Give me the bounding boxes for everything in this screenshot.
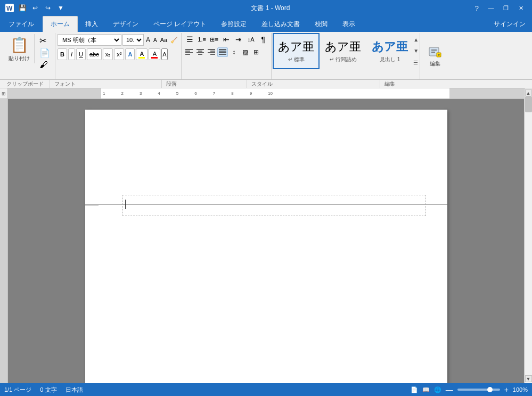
document-area[interactable]	[8, 99, 524, 383]
tab-view[interactable]: 表示	[335, 16, 363, 32]
font-name-select[interactable]: MS 明朝（本	[58, 34, 121, 46]
highlight-button[interactable]: A	[136, 48, 148, 60]
font-size-select[interactable]: 10.5	[122, 34, 144, 46]
zoom-slider[interactable]	[457, 389, 500, 391]
font-border-button[interactable]: A	[161, 48, 167, 60]
style-normal-label: ↵ 標準	[288, 56, 305, 63]
increase-indent-button[interactable]: ⇥	[233, 34, 244, 45]
font-color-button[interactable]: A	[149, 48, 160, 60]
scroll-thumb[interactable]	[525, 96, 532, 112]
signin-button[interactable]: サインイン	[487, 16, 532, 32]
justify-button[interactable]	[217, 47, 228, 57]
format-painter-button[interactable]: 🖌	[38, 60, 52, 70]
styles-scroll-down[interactable]: ▼	[413, 48, 419, 54]
paste-button[interactable]: 📋	[6, 35, 32, 55]
minimize-button[interactable]: —	[484, 3, 498, 13]
clear-formatting-button[interactable]: 🧹	[169, 37, 179, 44]
restore-button[interactable]: ❐	[499, 3, 513, 13]
document-page[interactable]	[85, 110, 447, 383]
main-area: ⊞ 1 2 3 4 5 6 7 8 9 10	[0, 88, 532, 383]
paragraph-row2: ↕ ▨ ⊞	[184, 47, 269, 57]
zoom-minus[interactable]: —	[446, 385, 453, 394]
align-left-button[interactable]	[184, 47, 194, 57]
styles-scroll-up[interactable]: ▲	[413, 37, 419, 43]
font-case-button[interactable]: Aa	[159, 37, 168, 43]
tab-review[interactable]: 校閲	[307, 16, 335, 32]
word-icon: W	[4, 3, 15, 13]
page-info: 1/1 ページ	[4, 386, 31, 394]
italic-button[interactable]: I	[68, 48, 75, 60]
tab-page-layout[interactable]: ページ レイアウト	[146, 16, 214, 32]
titlebar: W 💾 ↩ ↪ ▼ 文書 1 - Word ? — ❐ ✕	[0, 0, 532, 16]
styles-group: あア亜 ↵ 標準 あア亜 ↵ 行間詰め あア亜 見出し 1 ▲ ▼ ☰	[272, 33, 420, 79]
zoom-level[interactable]: 100%	[513, 386, 528, 393]
scroll-up-arrow[interactable]: ▲	[525, 89, 532, 96]
tab-references[interactable]: 参照設定	[214, 16, 254, 32]
statusbar-right: 📄 📖 🌐 — + 100%	[411, 385, 528, 394]
ruler-corner: ⊞	[0, 88, 7, 99]
tab-design[interactable]: デザイン	[105, 16, 146, 32]
text-cursor	[125, 200, 126, 209]
text-effects-button[interactable]: A	[125, 48, 135, 60]
doc-scroll-area: 1 2 3 4 5 6 7 8 9 10	[8, 88, 524, 383]
customize-icon[interactable]: ▼	[55, 3, 66, 13]
underline-button[interactable]: U	[76, 48, 86, 60]
close-button[interactable]: ✕	[514, 3, 528, 13]
scroll-down-arrow[interactable]: ▼	[525, 375, 532, 382]
ruler-left-margin	[8, 88, 101, 98]
font-group: MS 明朝（本 10.5 A A Aa 🧹 B I U abc x₂ x² A …	[55, 33, 182, 79]
align-right-button[interactable]	[206, 47, 217, 57]
subscript-button[interactable]: x₂	[103, 48, 113, 60]
vertical-scrollbar[interactable]: ▲ ▼	[524, 88, 532, 383]
sort-button[interactable]: ↕A	[245, 34, 257, 45]
line-spacing-button[interactable]: ↕	[228, 47, 239, 57]
text-cursor-box[interactable]	[122, 195, 426, 216]
redo-icon[interactable]: ↪	[43, 3, 53, 13]
save-icon[interactable]: 💾	[17, 3, 28, 13]
borders-button[interactable]: ⊞	[251, 47, 261, 57]
styles-label: スタイル	[247, 80, 380, 88]
scroll-track[interactable]	[525, 96, 532, 375]
copy-button[interactable]: 📄	[38, 47, 52, 59]
tab-file[interactable]: ファイル	[0, 16, 43, 32]
multilevel-button[interactable]: ⊞≡	[208, 34, 220, 45]
read-mode-icon[interactable]: 📖	[422, 386, 430, 393]
font-shrink-button[interactable]: A	[152, 37, 158, 43]
window-controls: ? — ❐ ✕	[475, 3, 528, 13]
font-style-row: B I U abc x₂ x² A A A A	[58, 48, 179, 60]
layout-icon[interactable]: 📄	[411, 386, 418, 393]
zoom-thumb[interactable]	[487, 387, 493, 392]
text-input-area	[122, 195, 410, 216]
cut-button[interactable]: ✂	[38, 35, 52, 46]
ruler-right-margin	[449, 88, 524, 98]
style-normal[interactable]: あア亜 ↵ 標準	[273, 33, 320, 69]
show-marks-button[interactable]: ¶	[257, 34, 269, 45]
tab-home[interactable]: ホーム	[43, 16, 78, 32]
style-compact[interactable]: あア亜 ↵ 行間詰め	[320, 33, 366, 69]
decrease-indent-button[interactable]: ⇤	[220, 34, 232, 45]
superscript-button[interactable]: x²	[114, 48, 124, 60]
style-heading1[interactable]: あア亜 見出し 1	[366, 33, 413, 69]
numbering-button[interactable]: 1.≡	[196, 34, 208, 45]
editing-button[interactable]: 編集	[427, 45, 443, 68]
strikethrough-button[interactable]: abc	[87, 48, 102, 60]
shading-button[interactable]: ▨	[240, 47, 250, 57]
editing-group: 編集	[420, 33, 449, 79]
font-grow-button[interactable]: A	[145, 36, 151, 44]
help-button[interactable]: ?	[475, 4, 479, 12]
style-normal-preview: あア亜	[278, 39, 314, 55]
style-compact-label: ↵ 行間詰め	[330, 56, 357, 63]
bullets-button[interactable]: ☰	[184, 34, 195, 45]
tab-mailings[interactable]: 差し込み文書	[254, 16, 307, 32]
align-center-button[interactable]	[195, 47, 206, 57]
tab-insert[interactable]: 挿入	[78, 16, 105, 32]
web-layout-icon[interactable]: 🌐	[434, 386, 441, 393]
editing-label-bar: 編集	[380, 80, 399, 88]
ribbon: 📋 貼り付け ✂ 📄 🖌 MS 明朝（本 10.5 A A Aa 🧹	[0, 32, 532, 80]
ribbon-tab-bar: ファイル ホーム 挿入 デザイン ページ レイアウト 参照設定 差し込み文書 校…	[0, 16, 532, 32]
bold-button[interactable]: B	[58, 48, 67, 60]
zoom-plus[interactable]: +	[504, 385, 509, 394]
undo-icon[interactable]: ↩	[30, 3, 40, 13]
clipboard-label: クリップボード	[2, 80, 50, 88]
styles-more[interactable]: ☰	[413, 60, 419, 65]
